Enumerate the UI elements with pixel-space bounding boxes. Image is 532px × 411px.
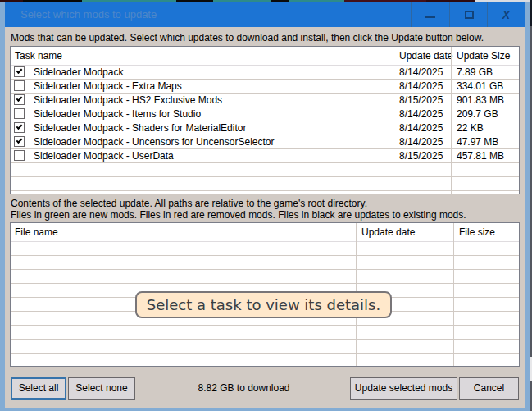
task-row-empty <box>11 163 519 177</box>
file-row-empty <box>11 326 519 340</box>
download-total-text: 8.82 GB to download <box>193 382 295 394</box>
task-name: Sideloader Modpack - Extra Maps <box>34 80 182 93</box>
task-date: 8/14/2025 <box>399 80 443 93</box>
details-caption-line2: Files in green are new mods. Files in re… <box>11 209 466 221</box>
task-row-empty <box>11 191 519 194</box>
task-size: 209.7 GB <box>457 107 498 121</box>
task-date: 8/14/2025 <box>399 135 443 148</box>
task-size: 334.01 GB <box>457 80 503 93</box>
checkmark-icon <box>16 137 23 144</box>
task-size: 7.89 GB <box>457 66 493 79</box>
task-name: Sideloader Modpack - Uncensors for Uncen… <box>34 135 274 148</box>
dialog-body: Mods that can be updated. Select which u… <box>5 27 525 408</box>
task-row[interactable]: Sideloader Modpack8/14/20257.89 GB <box>11 66 519 80</box>
minimize-button[interactable] <box>412 2 449 27</box>
file-row-empty <box>11 242 519 256</box>
task-date: 8/14/2025 <box>399 121 443 135</box>
task-name: Sideloader Modpack - Shaders for Materia… <box>34 121 246 135</box>
task-checkbox-unchecked[interactable] <box>14 150 25 161</box>
file-row-empty <box>11 256 519 270</box>
task-date: 8/15/2025 <box>399 149 443 162</box>
col-file-size[interactable]: File size <box>459 223 495 241</box>
files-table-header: File name Update date File size <box>11 223 519 242</box>
task-name: Sideloader Modpack <box>34 66 123 79</box>
task-name: Sideloader Modpack - UserData <box>34 149 174 162</box>
dialog-window: Select which mods to update X Mods that … <box>0 2 530 411</box>
col-file-name[interactable]: File name <box>15 223 58 241</box>
checkmark-icon <box>16 123 23 130</box>
task-row[interactable]: Sideloader Modpack - Uncensors for Uncen… <box>11 135 519 149</box>
tasks-table-header: Task name Update date Update Size <box>11 47 519 66</box>
task-row[interactable]: Sideloader Modpack - UserData8/15/202545… <box>11 149 519 163</box>
task-size: 457.81 MB <box>457 149 504 162</box>
task-date: 8/15/2025 <box>399 94 443 107</box>
task-row-empty <box>11 177 519 191</box>
details-tooltip: Select a task to view its details. <box>135 291 392 318</box>
checkmark-icon <box>16 67 23 74</box>
col-task-name[interactable]: Task name <box>15 47 62 65</box>
task-checkbox-checked[interactable] <box>14 136 25 147</box>
maximize-icon <box>465 11 474 19</box>
task-checkbox-checked[interactable] <box>14 66 25 77</box>
task-row[interactable]: Sideloader Modpack - Items for Studio8/1… <box>11 107 519 121</box>
task-name: Sideloader Modpack - Items for Studio <box>34 107 201 121</box>
file-row-empty <box>11 354 519 367</box>
details-caption-line1: Contents of the selected update. All pat… <box>11 198 367 209</box>
task-checkbox-checked[interactable] <box>14 94 25 105</box>
maximize-button[interactable] <box>450 2 487 27</box>
task-date: 8/14/2025 <box>399 107 443 121</box>
checkmark-icon <box>16 95 23 102</box>
task-row[interactable]: Sideloader Modpack - Shaders for Materia… <box>11 121 519 135</box>
title-bar[interactable]: Select which mods to update X <box>5 2 525 27</box>
window-title: Select which mods to update <box>20 2 157 27</box>
tasks-rows: Sideloader Modpack8/14/20257.89 GBSidelo… <box>11 66 519 194</box>
select-all-button[interactable]: Select all <box>11 377 66 400</box>
task-size: 22 KB <box>457 121 484 135</box>
description-text: Mods that can be updated. Select which u… <box>11 32 484 43</box>
col-file-update-date[interactable]: Update date <box>361 223 415 241</box>
task-name: Sideloader Modpack - HS2 Exclusive Mods <box>34 94 222 107</box>
close-button[interactable]: X <box>488 2 525 27</box>
task-row[interactable]: Sideloader Modpack - Extra Maps8/14/2025… <box>11 80 519 94</box>
file-row-empty <box>11 270 519 284</box>
task-row[interactable]: Sideloader Modpack - HS2 Exclusive Mods8… <box>11 94 519 107</box>
file-row-empty <box>11 340 519 354</box>
col-update-size[interactable]: Update Size <box>457 47 510 65</box>
task-checkbox-unchecked[interactable] <box>14 108 25 119</box>
close-icon: X <box>488 2 525 27</box>
task-checkbox-unchecked[interactable] <box>14 80 25 91</box>
cancel-button[interactable]: Cancel <box>459 377 519 400</box>
task-size: 47.97 MB <box>457 135 498 148</box>
select-none-button[interactable]: Select none <box>68 377 135 400</box>
task-checkbox-checked[interactable] <box>14 122 25 133</box>
task-date: 8/14/2025 <box>399 66 443 79</box>
col-update-date[interactable]: Update date <box>399 47 452 65</box>
task-size: 901.83 MB <box>457 94 504 107</box>
update-selected-button[interactable]: Update selected mods <box>350 377 457 400</box>
minimize-icon <box>425 16 435 18</box>
tasks-table: Task name Update date Update Size Sidelo… <box>10 46 520 194</box>
